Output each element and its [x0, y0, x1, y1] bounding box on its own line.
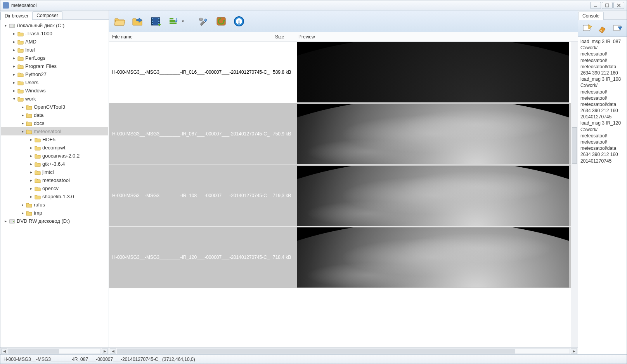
console-line: meteosatool/: [580, 57, 624, 64]
expander-icon[interactable]: ▾: [11, 97, 17, 101]
tree-item[interactable]: ▸data: [1, 111, 108, 119]
svg-rect-4: [9, 24, 15, 28]
tree-item[interactable]: ▸tmp: [1, 209, 108, 217]
tree-item[interactable]: ▸opencv: [1, 184, 108, 192]
tree-item[interactable]: ▸DVD RW дисковод (D:): [1, 217, 108, 225]
file-size: 589,8 kB: [272, 68, 295, 76]
tree-item-label: jimtcl: [42, 169, 54, 175]
tree-item[interactable]: ▸PerfLogs: [1, 54, 108, 62]
chevron-down-icon: ▼: [181, 19, 185, 23]
expander-icon[interactable]: ▸: [11, 88, 17, 93]
tree-item[interactable]: ▸decompwt: [1, 144, 108, 152]
tree-item[interactable]: ▸.Trash-1000: [1, 29, 108, 38]
tree-item[interactable]: ▸Users: [1, 78, 108, 87]
svg-rect-20: [170, 23, 177, 24]
tree-item[interactable]: ▾Локальный диск (C:): [1, 21, 108, 29]
tree-item[interactable]: ▸docs: [1, 119, 108, 127]
expander-icon[interactable]: ▸: [20, 113, 25, 117]
tree-item-label: HDF5: [42, 137, 55, 142]
tree-item[interactable]: ▸rufus: [1, 201, 108, 209]
file-list[interactable]: H-000-MSG3__-MSG3________-IR_016___-0000…: [109, 42, 571, 347]
file-row[interactable]: H-000-MSG3__-MSG3________-IR_087___-0000…: [109, 103, 571, 165]
maximize-button[interactable]: [602, 2, 613, 9]
console-run-button[interactable]: [581, 23, 594, 34]
scroll-left-icon[interactable]: ◀: [1, 348, 7, 354]
tree-item[interactable]: ▾work: [1, 95, 108, 103]
expander-icon[interactable]: ▸: [28, 194, 34, 199]
scroll-right-icon[interactable]: ▶: [571, 348, 577, 354]
tree-item[interactable]: ▸jimtcl: [1, 168, 108, 176]
tree-item[interactable]: ▸Python27: [1, 70, 108, 78]
expander-icon[interactable]: ▸: [11, 64, 17, 68]
console-line: 201401270745: [580, 158, 624, 164]
tree-item[interactable]: ▸goocanvas-2.0.2: [1, 152, 108, 160]
tab-dir-browser[interactable]: Dir browser: [0, 12, 33, 20]
export-button[interactable]: [131, 14, 145, 28]
close-button[interactable]: [613, 2, 624, 9]
expander-icon[interactable]: ▸: [11, 48, 17, 52]
file-row[interactable]: H-000-MSG3__-MSG3________-IR_108___-0000…: [109, 165, 571, 227]
recycle-button[interactable]: [214, 14, 228, 28]
tree-item[interactable]: ▸Program Files: [1, 62, 108, 70]
tree-item[interactable]: ▸AMD: [1, 38, 108, 46]
expander-icon[interactable]: ▸: [11, 56, 17, 60]
tree-item[interactable]: ▾meteosatool: [1, 127, 108, 135]
expander-icon[interactable]: ▸: [3, 219, 8, 223]
tab-composer[interactable]: Composer: [32, 11, 62, 19]
tree-item-label: data: [34, 112, 43, 118]
expander-icon[interactable]: ▸: [28, 154, 34, 158]
col-preview[interactable]: Preview: [295, 33, 578, 41]
svg-rect-11: [152, 18, 153, 19]
tree-item[interactable]: ▸Windows: [1, 87, 108, 95]
scroll-left-icon[interactable]: ◀: [110, 348, 116, 354]
expander-icon[interactable]: ▸: [11, 40, 17, 44]
console-send-button[interactable]: [611, 23, 624, 34]
file-list-hscrollbar[interactable]: ◀ ▶: [109, 347, 578, 354]
col-filename[interactable]: File name: [109, 33, 272, 41]
scroll-track[interactable]: [117, 348, 570, 354]
tree-hscrollbar[interactable]: ◀ ▶: [0, 347, 109, 354]
tree-item-label: opencv: [42, 185, 59, 191]
svg-rect-6: [9, 220, 15, 223]
file-row[interactable]: H-000-MSG3__-MSG3________-IR_120___-0000…: [109, 227, 571, 288]
film-button[interactable]: [149, 14, 163, 28]
col-size[interactable]: Size: [272, 33, 295, 41]
expander-icon[interactable]: ▸: [28, 137, 34, 142]
expander-icon[interactable]: ▸: [28, 178, 34, 182]
dir-tree[interactable]: ▾Локальный диск (C:)▸.Trash-1000▸AMD▸Int…: [0, 20, 109, 347]
settings-button[interactable]: [196, 14, 210, 28]
tree-item[interactable]: ▸meteosatool: [1, 176, 108, 184]
expander-icon[interactable]: ▾: [3, 23, 8, 28]
tree-item[interactable]: ▸shapelib-1.3.0: [1, 192, 108, 201]
expander-icon[interactable]: ▸: [28, 162, 34, 166]
info-button[interactable]: i: [232, 14, 246, 28]
expander-icon[interactable]: ▸: [11, 80, 17, 85]
sort-button[interactable]: [166, 14, 180, 28]
tab-console[interactable]: Console: [578, 12, 604, 20]
tree-item[interactable]: ▸HDF5: [1, 135, 108, 144]
expander-icon[interactable]: ▸: [28, 146, 34, 150]
expander-icon[interactable]: ▸: [11, 72, 17, 76]
expander-icon[interactable]: ▾: [20, 129, 25, 133]
expander-icon[interactable]: ▸: [20, 203, 25, 207]
expander-icon[interactable]: ▸: [20, 121, 25, 125]
file-row[interactable]: H-000-MSG3__-MSG3________-IR_016___-0000…: [109, 42, 571, 103]
open-folder-button[interactable]: [113, 14, 127, 28]
minimize-button[interactable]: [590, 2, 601, 9]
folder-icon: [35, 178, 41, 183]
expander-icon[interactable]: ▸: [11, 31, 17, 36]
expander-icon[interactable]: ▸: [28, 186, 34, 191]
expander-icon[interactable]: ▸: [20, 105, 25, 109]
scroll-track[interactable]: [8, 348, 101, 354]
expander-icon[interactable]: ▸: [20, 211, 25, 215]
tree-item[interactable]: ▸Intel: [1, 46, 108, 54]
tree-item[interactable]: ▸OpenCVTool3: [1, 103, 108, 111]
svg-rect-18: [170, 18, 173, 19]
file-list-vscrollbar[interactable]: [571, 42, 578, 347]
expander-icon[interactable]: ▸: [28, 170, 34, 174]
scroll-right-icon[interactable]: ▶: [102, 348, 108, 354]
tree-item[interactable]: ▸gtk+-3.6.4: [1, 160, 108, 168]
console-clear-button[interactable]: [596, 23, 609, 34]
file-list-header: File name Size Preview: [109, 32, 578, 42]
sort-dropdown[interactable]: ▼: [166, 14, 185, 28]
